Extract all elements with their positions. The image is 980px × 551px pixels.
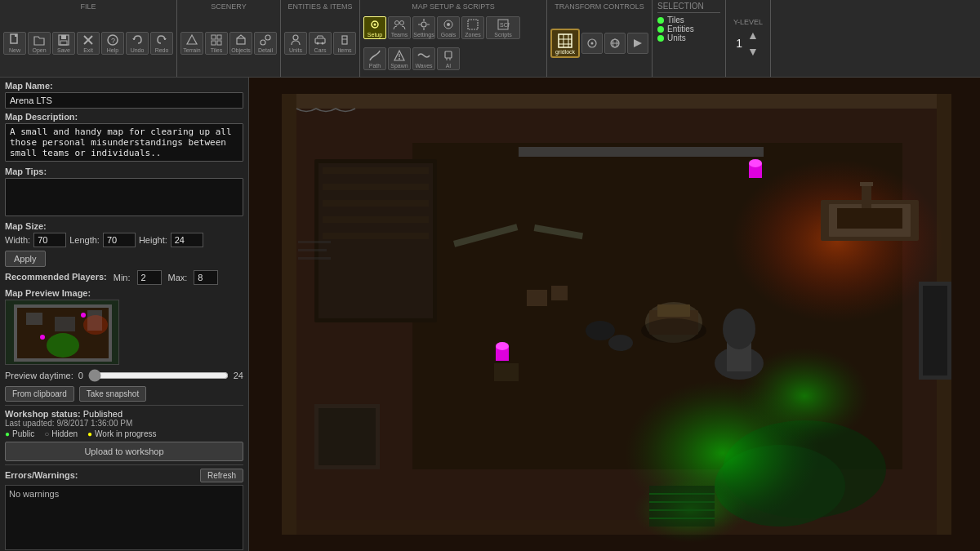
work-in-progress-radio[interactable]: ● Work in progress	[87, 429, 156, 438]
svg-rect-54	[26, 313, 42, 325]
ylevel-up-button[interactable]: ▲	[746, 27, 760, 43]
errors-value: No warnings	[9, 489, 59, 499]
units-button[interactable]: Units	[284, 32, 307, 55]
public-radio[interactable]: ● Public	[5, 429, 34, 438]
svg-rect-64	[282, 520, 951, 535]
map-preview-label: Map Preview Image:	[5, 288, 243, 298]
workshop-section: Workshop status: Published Last upadted:…	[5, 405, 243, 461]
items-button[interactable]: Items	[333, 32, 356, 55]
setup-button[interactable]: Setup	[363, 16, 386, 39]
center-button[interactable]	[581, 33, 603, 54]
svg-rect-3	[60, 41, 67, 45]
teams-button[interactable]: Teams	[388, 16, 411, 39]
svg-rect-11	[212, 41, 216, 45]
refresh-button[interactable]: Refresh	[200, 469, 243, 482]
svg-rect-78	[860, 182, 873, 186]
path-button[interactable]: Path	[363, 47, 386, 70]
from-clipboard-button[interactable]: From clipboard	[5, 386, 74, 402]
map-viewport[interactable]	[249, 78, 980, 551]
cars-button[interactable]: Cars	[309, 32, 332, 55]
goals-button[interactable]: Goals	[437, 16, 460, 39]
hidden-label: Hidden	[51, 429, 78, 438]
undo-button[interactable]: Undo	[126, 32, 149, 55]
snapshot-row: From clipboard Take snapshot	[5, 386, 243, 402]
scripts-button[interactable]: SCR Scripts	[486, 16, 520, 39]
hidden-radio[interactable]: ○ Hidden	[44, 429, 78, 438]
settings-button[interactable]: Settings	[412, 16, 435, 39]
svg-point-26	[421, 22, 426, 27]
min-input[interactable]	[137, 270, 162, 285]
units-label: Units	[667, 33, 686, 42]
map-size-row: Width: Length: Height: Apply	[5, 233, 243, 267]
tiles-button[interactable]: Tiles	[205, 32, 228, 55]
svg-rect-52	[14, 304, 17, 362]
upload-to-workshop-button[interactable]: Upload to workshop	[5, 442, 243, 461]
ai-button[interactable]: AI	[437, 47, 460, 70]
take-snapshot-button[interactable]: Take snapshot	[79, 386, 147, 402]
map-name-input[interactable]	[5, 92, 243, 109]
toolbar-selection-section: SELECTION Tiles Entities Units	[653, 0, 726, 77]
svg-point-24	[395, 21, 399, 25]
svg-point-15	[265, 35, 270, 40]
map-preview-section: Map Preview Image:	[5, 288, 243, 365]
zones-button[interactable]: Zones	[461, 16, 484, 39]
svg-rect-102	[494, 363, 519, 381]
detail-button[interactable]: Detail	[254, 32, 277, 55]
cont-button[interactable]	[627, 33, 648, 54]
toolbar-transform-section: TRANSFORM CONTROLS gridlock	[547, 0, 653, 77]
svg-rect-51	[14, 358, 112, 362]
svg-point-125	[641, 318, 706, 343]
exit-button[interactable]: Exit	[77, 32, 100, 55]
svg-rect-2	[61, 35, 66, 39]
svg-rect-13	[237, 38, 245, 44]
svg-rect-104	[649, 486, 715, 527]
errors-section: Errors/Warnings: Refresh No warnings	[5, 464, 243, 550]
svg-rect-29	[468, 20, 478, 29]
map-tips-input[interactable]	[5, 178, 243, 216]
svg-rect-35	[445, 51, 452, 58]
width-input[interactable]	[33, 233, 66, 247]
map-name-section: Map Name:	[5, 81, 243, 109]
terrain-button[interactable]: Terrain	[180, 32, 203, 55]
selection-header: SELECTION	[657, 2, 720, 13]
preview-daytime-label: Preview daytime:	[5, 371, 74, 380]
svg-point-112	[749, 159, 762, 167]
open-button[interactable]: Open	[28, 32, 51, 55]
last-updated-row: Last upadted: 9/8/2017 1:36:00 PM	[5, 419, 243, 428]
redo-button[interactable]: Redo	[150, 32, 173, 55]
tiles-label: Tiles	[667, 16, 684, 24]
objects-button[interactable]: Objects	[229, 32, 252, 55]
spawn-button[interactable]: Spawn	[388, 47, 411, 70]
svg-point-91	[723, 309, 755, 349]
map-description-input[interactable]: A small and handy map for clearing up al…	[5, 123, 243, 162]
ylevel-value-display: 1	[736, 37, 742, 50]
workshop-status-row: Workshop status: Published	[5, 409, 243, 419]
svg-point-59	[40, 335, 45, 340]
svg-rect-82	[323, 184, 429, 190]
save-button[interactable]: Save	[52, 32, 75, 55]
global-button[interactable]	[604, 33, 626, 54]
players-row: Recommended Players: Min: Max:	[5, 270, 243, 285]
new-button[interactable]: New	[3, 32, 26, 55]
svg-point-16	[293, 35, 298, 40]
max-input[interactable]	[194, 270, 218, 285]
gridlock-button[interactable]: gridlock	[550, 29, 580, 58]
help-button[interactable]: ? Help	[101, 32, 124, 55]
svg-rect-12	[217, 41, 221, 45]
length-input[interactable]	[103, 233, 136, 247]
svg-point-14	[261, 40, 265, 45]
svg-rect-9	[212, 35, 216, 39]
map-canvas	[249, 78, 980, 551]
height-input[interactable]	[171, 233, 203, 247]
ylevel-down-button[interactable]: ▼	[746, 43, 760, 60]
public-label: Public	[12, 429, 34, 438]
svg-rect-109	[519, 147, 764, 157]
preview-daytime-slider[interactable]	[88, 370, 229, 381]
toolbar-ylevel-section: Y-LEVEL 1 ▲ ▼	[726, 0, 771, 77]
svg-rect-101	[551, 286, 568, 300]
svg-rect-53	[109, 304, 112, 362]
svg-point-115	[496, 342, 509, 350]
waves-button[interactable]: Waves	[412, 47, 435, 70]
apply-button[interactable]: Apply	[5, 251, 46, 267]
svg-point-18	[317, 42, 319, 45]
